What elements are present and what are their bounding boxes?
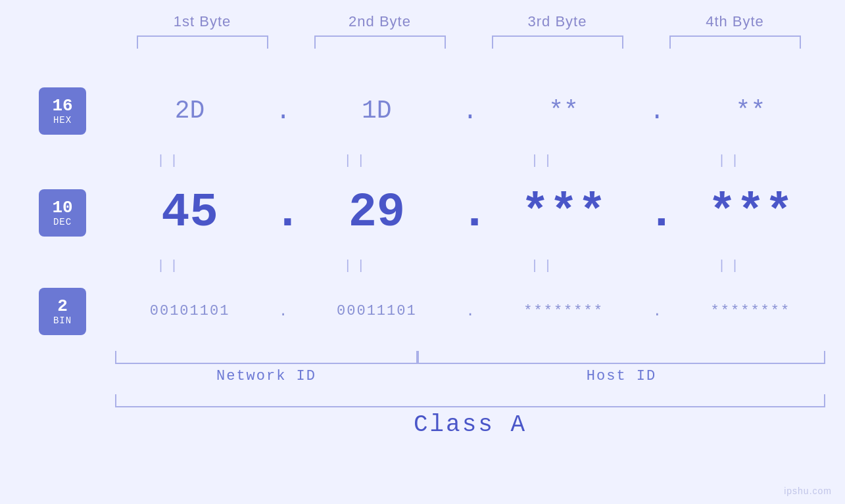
hex-badge-label: HEX: [53, 115, 72, 126]
bin-dot3: .: [647, 304, 667, 320]
bin-data-row: 00101101 . 00011101 . ******** . *******…: [115, 304, 825, 320]
dec-badge-label: DEC: [53, 217, 72, 227]
byte-headers: 1st Byte 2nd Byte 3rd Byte 4th Byte: [114, 13, 824, 30]
watermark: ipshu.com: [784, 486, 832, 496]
badge-spacer-dec: 10 DEC: [39, 170, 86, 256]
byte3-header: 3rd Byte: [485, 13, 630, 30]
bottom-section: Network ID Host ID Class A: [115, 351, 825, 438]
equals-row-2: || || || ||: [95, 256, 806, 275]
badge-spacer-hex: 16 HEX: [39, 72, 86, 150]
bin-b4: ********: [685, 304, 816, 319]
dec-b2: 29: [311, 189, 443, 237]
byte4-header: 4th Byte: [663, 13, 808, 30]
bin-b1: 00101101: [124, 304, 256, 319]
host-id-label: Host ID: [418, 368, 825, 384]
dec-b4: ***: [685, 189, 816, 237]
top-brackets: [114, 35, 824, 49]
byte1-header: 1st Byte: [130, 13, 275, 30]
class-label: Class A: [115, 411, 825, 438]
bracket-top-4: [669, 35, 801, 49]
dec-badge-num: 10: [52, 198, 72, 218]
hex-dot1: .: [274, 97, 293, 126]
bin-dot1: .: [274, 304, 293, 320]
bin-badge: 2 BIN: [39, 288, 86, 335]
dec-row-container: 45 . 29 . *** . ***: [95, 170, 845, 256]
dec-dot1: .: [274, 186, 293, 240]
hex-dot2: .: [460, 97, 480, 126]
full-layout: 16 HEX 10 DEC 2 BIN: [0, 72, 845, 348]
class-bracket: [115, 394, 825, 407]
hex-b1: 2D: [124, 99, 256, 124]
hex-badge-num: 16: [52, 97, 72, 116]
hex-b4: **: [685, 99, 816, 124]
main-container: 1st Byte 2nd Byte 3rd Byte 4th Byte 16 H…: [0, 0, 845, 504]
id-brackets: [115, 351, 825, 365]
equals-row-1: || || || ||: [95, 150, 806, 170]
bin-b3: ********: [498, 304, 629, 319]
network-id-label: Network ID: [115, 368, 418, 384]
bracket-top-2: [314, 35, 446, 49]
eq2-b1: ||: [105, 258, 236, 273]
dec-badge: 10 DEC: [39, 189, 86, 237]
dec-data-row: 45 . 29 . *** . ***: [115, 186, 825, 240]
eq2-b4: ||: [665, 258, 796, 273]
right-col: 2D . 1D . ** . ** || || || ||: [95, 72, 845, 348]
hex-row-container: 2D . 1D . ** . **: [95, 72, 845, 150]
hex-badge: 16 HEX: [39, 87, 86, 135]
bin-dot2: .: [460, 304, 480, 320]
eq1-b3: ||: [478, 153, 610, 168]
eq2-b3: ||: [478, 258, 610, 273]
hex-dot3: .: [647, 97, 667, 126]
left-badges-col: 16 HEX 10 DEC 2 BIN: [0, 72, 95, 348]
bracket-top-3: [492, 35, 623, 49]
badge-spacer-bin: 2 BIN: [39, 275, 86, 348]
hex-b2: 1D: [311, 99, 443, 124]
id-labels: Network ID Host ID: [115, 368, 825, 384]
hex-b3: **: [498, 99, 629, 124]
dec-dot2: .: [460, 186, 480, 240]
network-bracket: [115, 351, 418, 364]
eq1-b4: ||: [665, 153, 796, 168]
eq1-b2: ||: [291, 153, 423, 168]
bin-badge-label: BIN: [53, 315, 72, 326]
dec-b1: 45: [124, 189, 256, 237]
eq2-b2: ||: [291, 258, 423, 273]
bracket-top-1: [137, 35, 268, 49]
dec-dot3: .: [647, 186, 667, 240]
hex-data-row: 2D . 1D . ** . **: [115, 97, 825, 126]
host-bracket: [418, 351, 825, 364]
bin-row-container: 00101101 . 00011101 . ******** . *******…: [95, 275, 845, 348]
dec-b3: ***: [498, 189, 629, 237]
bin-b2: 00011101: [311, 304, 443, 319]
byte2-header: 2nd Byte: [308, 13, 452, 30]
eq1-b1: ||: [105, 153, 236, 168]
bin-badge-num: 2: [57, 297, 68, 316]
